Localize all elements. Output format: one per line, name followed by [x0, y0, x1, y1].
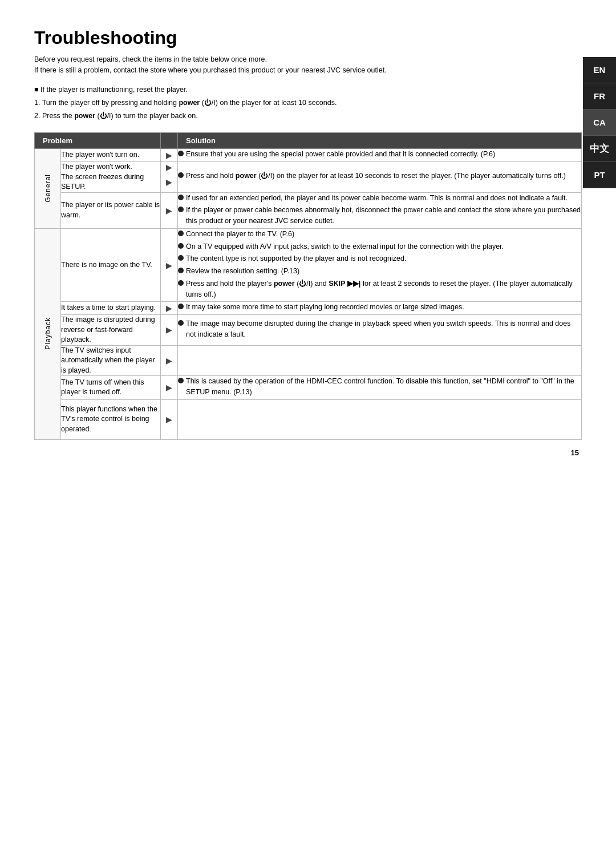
- problem-cell: There is no image on the TV.: [61, 228, 161, 302]
- solution-cell: [178, 399, 582, 439]
- solution-cell: Press and hold power (⏻/I) on the player…: [178, 162, 582, 193]
- problem-cell: The image is disrupted during reverse or…: [61, 315, 161, 346]
- arrow-icon: ▶: [161, 345, 178, 376]
- arrow-icon: ▶: [161, 149, 178, 162]
- lang-tab-pt[interactable]: PT: [583, 162, 616, 188]
- table-row: It takes a time to start playing. ▶ It m…: [35, 302, 582, 315]
- page-number: 15: [571, 448, 579, 457]
- arrow-icon: ▶: [161, 172, 178, 193]
- category-general: General: [44, 174, 52, 203]
- solution-cell: It may take some more time to start play…: [178, 302, 582, 315]
- solution-cell: Connect the player to the TV. (P.6) On a…: [178, 228, 582, 302]
- solution-cell: [178, 345, 582, 376]
- arrow-icon: ▶: [161, 302, 178, 315]
- arrow-icon: ▶: [161, 192, 178, 228]
- col-problem-header: Problem: [35, 133, 161, 149]
- category-playback: Playback: [44, 317, 52, 350]
- problem-cell: The TV turns off when this player is tur…: [61, 376, 161, 400]
- lang-tab-en[interactable]: EN: [583, 57, 616, 83]
- table-row: This player functions when the TV's remo…: [35, 399, 582, 439]
- arrow-icon: ▶: [161, 376, 178, 400]
- solution-cell: Ensure that you are using the special po…: [178, 149, 582, 162]
- arrow-icon: ▶: [161, 399, 178, 439]
- problem-cell: The screen freezes during SETUP.: [61, 172, 161, 193]
- table-row: The TV switches input automatically when…: [35, 345, 582, 376]
- problem-cell: The player won't work.: [61, 162, 161, 172]
- language-tabs: EN FR CA 中文 PT: [583, 57, 616, 188]
- page-title: Troubleshooting: [34, 27, 582, 48]
- problem-cell: The TV switches input automatically when…: [61, 345, 161, 376]
- arrow-icon: ▶: [161, 162, 178, 172]
- solution-cell: If used for an extended period, the play…: [178, 192, 582, 228]
- lang-tab-zh[interactable]: 中文: [583, 136, 616, 162]
- troubleshooting-table: Problem Solution General The player won'…: [34, 132, 582, 439]
- table-row: The player or its power cable is warm. ▶…: [35, 192, 582, 228]
- problem-cell: The player won't turn on.: [61, 149, 161, 162]
- problem-cell: It takes a time to start playing.: [61, 302, 161, 315]
- page: EN FR CA 中文 PT Troubleshooting Before yo…: [0, 0, 616, 474]
- col-solution-header: Solution: [178, 133, 582, 149]
- table-row: The TV turns off when this player is tur…: [35, 376, 582, 400]
- table-row: The player won't work. ▶ Press and hold …: [35, 162, 582, 172]
- lang-tab-ca[interactable]: CA: [583, 110, 616, 136]
- table-row: General The player won't turn on. ▶ Ensu…: [35, 149, 582, 162]
- table-row: The image is disrupted during reverse or…: [35, 315, 582, 346]
- problem-cell: This player functions when the TV's remo…: [61, 399, 161, 439]
- arrow-icon: ▶: [161, 315, 178, 346]
- solution-cell: The image may become disrupted during th…: [178, 315, 582, 346]
- arrow-icon: ▶: [161, 228, 178, 302]
- problem-cell: The player or its power cable is warm.: [61, 192, 161, 228]
- reset-instructions: ■ If the player is malfunctioning, reset…: [34, 84, 582, 123]
- solution-cell: This is caused by the operation of the H…: [178, 376, 582, 400]
- table-row: Playback There is no image on the TV. ▶ …: [35, 228, 582, 302]
- intro-text: Before you request repairs, check the it…: [34, 54, 582, 76]
- lang-tab-fr[interactable]: FR: [583, 83, 616, 110]
